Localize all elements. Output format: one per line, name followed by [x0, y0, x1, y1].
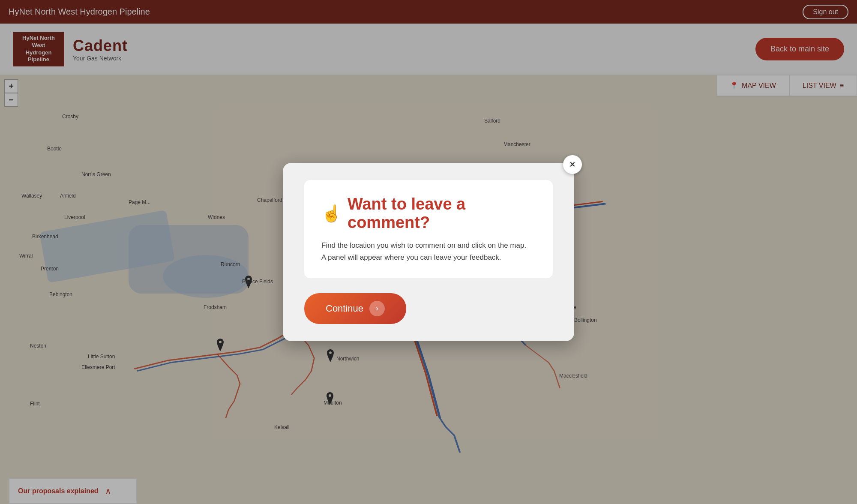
hand-icon: ☝ [321, 204, 342, 223]
modal-body-line2: A panel will appear where you can leave … [321, 253, 501, 261]
comment-modal: × ☝ Want to leave a comment? Find the lo… [283, 163, 574, 341]
modal-overlay[interactable]: × ☝ Want to leave a comment? Find the lo… [0, 0, 857, 504]
continue-label: Continue [326, 303, 363, 314]
modal-close-button[interactable]: × [563, 155, 582, 174]
modal-body-text: Find the location you wish to comment on… [321, 240, 536, 263]
continue-button[interactable]: Continue › [304, 293, 406, 324]
modal-content-box: ☝ Want to leave a comment? Find the loca… [304, 180, 553, 278]
modal-title: Want to leave a comment? [348, 195, 536, 232]
modal-heading-row: ☝ Want to leave a comment? [321, 195, 536, 232]
modal-body-line1: Find the location you wish to comment on… [321, 241, 526, 249]
continue-arrow-icon: › [369, 301, 385, 316]
